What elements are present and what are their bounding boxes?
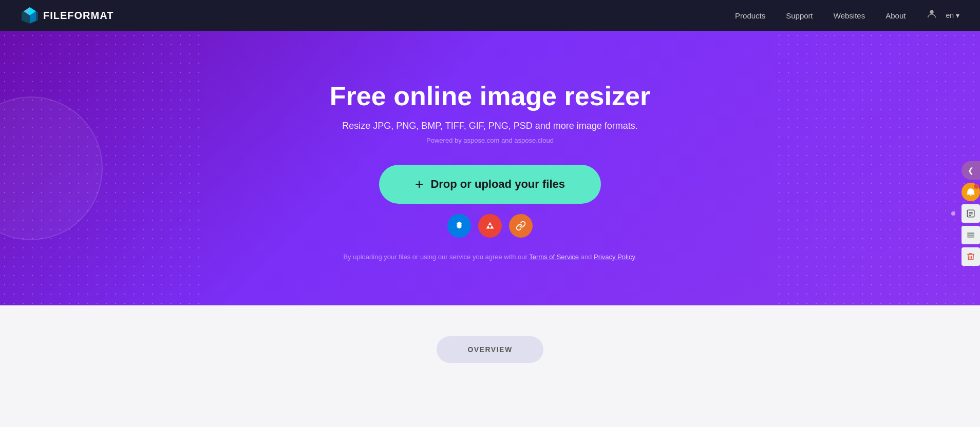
nav-support[interactable]: Support bbox=[786, 11, 813, 20]
upload-button[interactable]: + Drop or upload your files bbox=[379, 165, 601, 204]
cloud-source-icons bbox=[447, 214, 533, 238]
chevron-left-icon: ❮ bbox=[968, 166, 974, 174]
logo-link[interactable]: FILEFORMAT bbox=[21, 6, 114, 25]
sidebar-toggle-button[interactable]: ❮ bbox=[962, 161, 980, 180]
terms-link2[interactable]: Privacy Policy bbox=[594, 253, 635, 261]
nav-about[interactable]: About bbox=[885, 11, 906, 20]
lang-label: en bbox=[946, 11, 954, 20]
drive-icon bbox=[484, 220, 496, 231]
right-sidebar: ❮ bbox=[962, 161, 980, 266]
sidebar-trash-button[interactable] bbox=[962, 247, 980, 266]
logo-text: FILEFORMAT bbox=[43, 10, 114, 22]
lang-selector[interactable]: en ▾ bbox=[946, 11, 959, 20]
navbar: FILEFORMAT Products Support Websites Abo… bbox=[0, 0, 980, 31]
sidebar-notification-button[interactable] bbox=[962, 183, 980, 201]
dropbox-button[interactable] bbox=[447, 214, 471, 238]
nav-right: en ▾ bbox=[926, 8, 959, 23]
menu-icon bbox=[966, 230, 975, 240]
lang-chevron-icon: ▾ bbox=[956, 11, 959, 20]
content-area: OVERVIEW bbox=[0, 305, 980, 418]
overview-button[interactable]: OVERVIEW bbox=[437, 336, 543, 363]
trash-icon bbox=[966, 252, 975, 261]
hero-dots-right bbox=[775, 31, 980, 305]
upload-plus-icon: + bbox=[415, 176, 423, 192]
url-button[interactable] bbox=[509, 214, 533, 238]
checklist-icon bbox=[966, 209, 975, 218]
logo-icon bbox=[21, 6, 39, 25]
upload-button-label: Drop or upload your files bbox=[430, 178, 565, 191]
sidebar-checklist-button[interactable] bbox=[962, 204, 980, 223]
hero-title: Free online image resizer bbox=[330, 81, 650, 111]
sidebar-dot-indicator bbox=[951, 211, 955, 216]
terms-link1[interactable]: Terms of Service bbox=[529, 253, 579, 261]
google-drive-button[interactable] bbox=[478, 214, 502, 238]
nav-links: Products Support Websites About bbox=[735, 11, 906, 20]
nav-websites[interactable]: Websites bbox=[834, 11, 865, 20]
sidebar-menu-button[interactable] bbox=[962, 226, 980, 244]
hero-subtitle: Resize JPG, PNG, BMP, TIFF, GIF, PNG, PS… bbox=[342, 121, 638, 131]
hero-section: Free online image resizer Resize JPG, PN… bbox=[0, 31, 980, 305]
link-icon bbox=[516, 221, 526, 231]
notification-icon bbox=[966, 187, 975, 197]
svg-point-5 bbox=[930, 10, 934, 14]
hero-powered: Powered by aspose.com and aspose.cloud bbox=[426, 137, 554, 144]
nav-products[interactable]: Products bbox=[735, 11, 765, 20]
hero-decoration-circle bbox=[0, 96, 103, 240]
hero-terms: By uploading your files or using our ser… bbox=[343, 253, 636, 261]
dropbox-icon bbox=[454, 220, 465, 231]
user-icon[interactable] bbox=[926, 8, 937, 23]
